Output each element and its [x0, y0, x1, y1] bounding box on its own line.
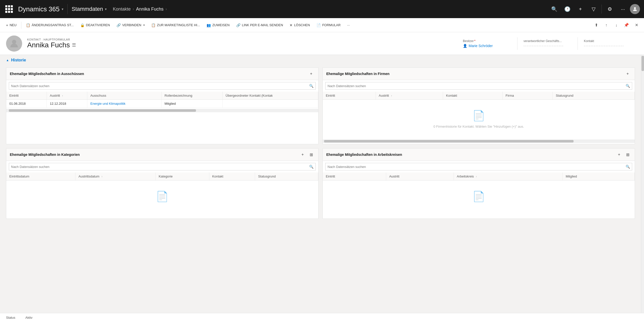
scrollbar-thumb: [641, 56, 644, 71]
besitzer-value[interactable]: 👤 Marie Schröder: [463, 44, 511, 48]
cmd-marketingliste[interactable]: 📋 ZUR MARKETINGLISTE HI...: [148, 21, 203, 29]
arbeitskreise-col-austritt[interactable]: Austritt: [386, 172, 454, 181]
col-label: Austritt: [379, 94, 389, 97]
app-brand[interactable]: Dynamics 365 ▾: [18, 5, 63, 13]
nav-section[interactable]: Stammdaten ▾: [72, 6, 107, 12]
record-header-fields: Besitzer * 👤 Marie Schröder verantwortli…: [457, 37, 638, 50]
user-avatar[interactable]: [630, 4, 640, 14]
breadcrumb-sep3: ›: [166, 7, 167, 11]
ausschuesse-search-input[interactable]: [9, 83, 307, 89]
firmen-table-container: Eintritt Austritt ↑ Kontakt Firma Status…: [323, 92, 635, 100]
arbeitskreise-table-container: Eintritt Austritt Arbeitskreis ↑ Mitglie…: [323, 172, 635, 181]
top-navigation: Dynamics 365 ▾ Stammdaten ▾ Kontakte › A…: [0, 0, 644, 18]
cmd-formular[interactable]: 📄 FORMULAR: [313, 21, 344, 29]
aenderungsantrag-icon: 📋: [26, 23, 30, 27]
content-grid: Ehemalige Mitgliedschaften in Ausschüsse…: [0, 65, 641, 223]
cmd-close-icon[interactable]: ✕: [632, 21, 641, 30]
app-title: Dynamics 365: [18, 5, 60, 13]
arbeitskreise-search-input[interactable]: [326, 163, 624, 170]
record-menu-icon[interactable]: ☰: [72, 42, 76, 48]
kategorien-search-input[interactable]: [9, 163, 307, 170]
cmd-down-icon[interactable]: ↓: [612, 21, 621, 30]
ausschuesse-col-austritt[interactable]: Austritt ↑: [47, 92, 87, 100]
nav-divider: [67, 4, 68, 14]
cmd-loeschen[interactable]: ✕ LÖSCHEN: [287, 21, 313, 29]
waffle-menu[interactable]: [4, 4, 14, 14]
firmen-col-austritt[interactable]: Austritt ↑: [376, 92, 443, 100]
kategorien-col-austritt[interactable]: Austrittsdatum ↑: [75, 172, 155, 181]
firmen-col-firma[interactable]: Firma: [502, 92, 552, 100]
cmd-aenderungsantrag[interactable]: 📋 ÄNDERUNGSANTRAG ST...: [23, 21, 77, 29]
cmd-neu[interactable]: + NEU: [3, 21, 20, 29]
section-header[interactable]: ▲ Historie: [0, 55, 641, 65]
kontakt-cell: [222, 100, 318, 108]
history-button[interactable]: 🕐: [561, 3, 573, 15]
ausschuss-link[interactable]: Energie und Klimapolitik: [90, 102, 125, 105]
settings-button[interactable]: ⚙: [604, 3, 616, 15]
arbeitskreise-search-icon[interactable]: 🔍: [624, 163, 632, 170]
add-button[interactable]: +: [574, 3, 586, 15]
cmd-linkemail[interactable]: 🔗 LINK PER E-MAIL SENDEN: [233, 21, 286, 29]
ausschuesse-header: Ehemalige Mitgliedschaften in Ausschüsse…: [6, 68, 318, 80]
ausschuesse-scroll[interactable]: [6, 109, 318, 112]
arbeitskreise-col-arbeitskreis[interactable]: Arbeitskreis ↑: [454, 172, 562, 181]
firmen-col-statusgrund[interactable]: Statusgrund: [553, 92, 635, 100]
kategorien-col-kategorie[interactable]: Kategorie: [155, 172, 209, 181]
kategorien-col-kontakt[interactable]: Kontakt: [209, 172, 255, 181]
firmen-add-btn[interactable]: +: [624, 70, 631, 77]
ausschuesse-col-eintritt[interactable]: Eintritt: [6, 92, 47, 100]
firmen-search-icon[interactable]: 🔍: [624, 82, 632, 89]
breadcrumb-current[interactable]: Annika Fuchs: [136, 7, 164, 12]
ausschuesse-col-rolle[interactable]: Rollenbezeichnung: [161, 92, 222, 100]
breadcrumb-kontakte[interactable]: Kontakte: [113, 7, 131, 12]
firmen-col-eintritt[interactable]: Eintritt: [323, 92, 376, 100]
kategorien-col-eintritt[interactable]: Eintrittsdatum: [6, 172, 75, 181]
cmd-deaktivieren[interactable]: 🔒 DEAKTIVIEREN: [77, 21, 113, 29]
ausschuesse-col-ausschuss[interactable]: Ausschuss: [87, 92, 162, 100]
cmd-linkemail-label: LINK PER E-MAIL SENDEN: [242, 23, 283, 27]
arbeitskreise-add-btn[interactable]: +: [616, 151, 623, 158]
formular-icon: 📄: [316, 23, 321, 27]
cmd-more[interactable]: ···: [344, 21, 353, 29]
status-value: Aktiv: [25, 316, 32, 319]
firmen-actions: +: [624, 70, 631, 77]
user-icon: 👤: [463, 44, 467, 48]
cmd-right-actions: ⬆ ↑ ↓ 📌 ✕: [592, 21, 641, 30]
kategorien-search-icon[interactable]: 🔍: [307, 163, 315, 170]
ausschuesse-col-kontakt[interactable]: Übergeordneter Kontakt (Kontak: [222, 92, 318, 100]
arbeitskreise-view-btn[interactable]: ⊞: [624, 151, 631, 158]
zuweisen-icon: 👥: [207, 23, 211, 27]
firmen-scroll[interactable]: [323, 139, 635, 143]
col-label: Kontakt: [446, 94, 457, 97]
vertical-scrollbar[interactable]: [641, 55, 644, 322]
cmd-verbinden[interactable]: 🔗 VERBINDEN: [113, 21, 148, 29]
cmd-zuweisen[interactable]: 👥 ZUWEISEN: [204, 21, 233, 29]
panel-firmen: Ehemalige Mitgliedschaften in Firmen + 🔍…: [323, 67, 635, 144]
kontakt-header-label: Kontakt: [584, 39, 632, 43]
breadcrumb: Kontakte › Annika Fuchs ›: [111, 7, 167, 12]
col-label: Statusgrund: [258, 174, 276, 178]
arbeitskreise-col-mitglied[interactable]: Mitglied: [562, 172, 634, 181]
kategorien-col-statusgrund[interactable]: Statusgrund: [255, 172, 318, 181]
kategorien-table: Eintrittsdatum Austrittsdatum ↑ Kategori…: [6, 172, 318, 181]
col-label: Arbeitskreis: [457, 174, 474, 178]
kategorien-add-btn[interactable]: +: [299, 151, 306, 158]
loeschen-icon: ✕: [290, 23, 293, 27]
search-button[interactable]: 🔍: [548, 3, 560, 15]
more-button[interactable]: ···: [617, 3, 629, 15]
firmen-col-kontakt[interactable]: Kontakt: [443, 92, 503, 100]
ausschuesse-table-container: Eintritt Austritt ↑ Ausschuss Rollenbeze…: [6, 92, 318, 108]
cmd-pin-icon[interactable]: 📌: [622, 21, 631, 30]
kategorien-view-btn[interactable]: ⊞: [308, 151, 315, 158]
filter-button[interactable]: ▽: [587, 3, 599, 15]
arbeitskreise-title: Ehemalige Mitgliedschaften in Arbeitskre…: [326, 153, 402, 157]
cmd-up-icon[interactable]: ↑: [602, 21, 611, 30]
besitzer-name: Marie Schröder: [469, 44, 493, 48]
cmd-hierarchy-icon[interactable]: ⬆: [592, 21, 601, 30]
arbeitskreise-col-eintritt[interactable]: Eintritt: [323, 172, 386, 181]
ausschuss-cell[interactable]: Energie und Klimapolitik: [87, 100, 162, 108]
ausschuesse-add-btn[interactable]: +: [308, 70, 315, 77]
breadcrumb-sep2: ›: [133, 7, 134, 11]
firmen-search-input[interactable]: [326, 83, 624, 89]
ausschuesse-search-icon[interactable]: 🔍: [307, 82, 315, 89]
